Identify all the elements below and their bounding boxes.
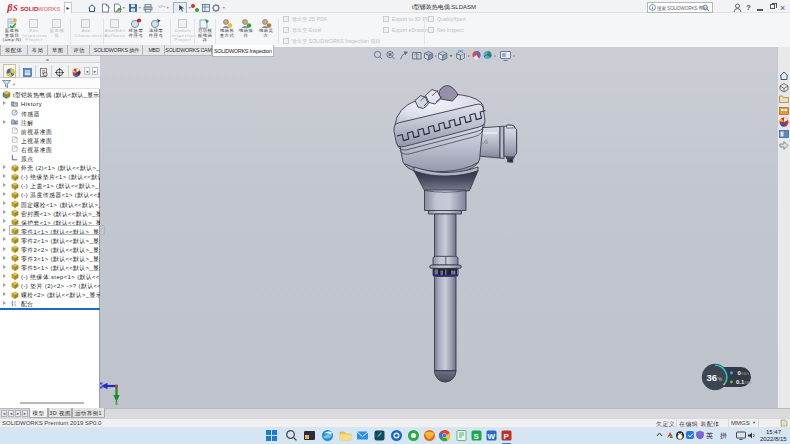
svg-text:A: A [13, 120, 17, 125]
svg-text:WORKS: WORKS [38, 5, 61, 11]
svg-text:S: S [474, 432, 480, 441]
svg-text:SOLID: SOLID [20, 5, 39, 11]
svg-text:KB/s: KB/s [745, 381, 753, 385]
svg-text:%: % [718, 377, 722, 382]
svg-text:P: P [504, 432, 510, 441]
svg-text:S: S [13, 3, 18, 13]
svg-text:KB/s: KB/s [742, 372, 750, 376]
svg-text:W: W [488, 432, 496, 441]
svg-text:36: 36 [707, 372, 718, 383]
